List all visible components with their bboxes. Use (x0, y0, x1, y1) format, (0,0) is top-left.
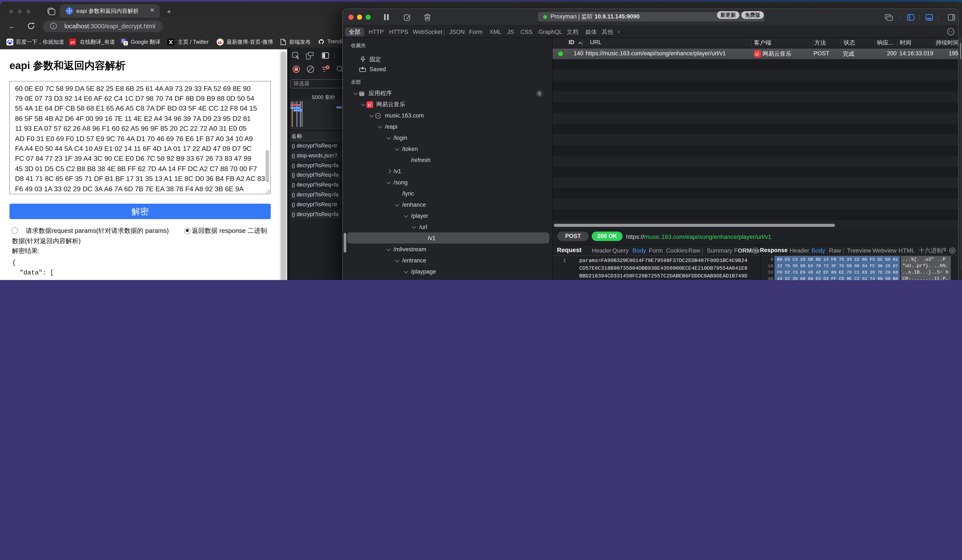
svg-text:yd: yd (70, 40, 75, 44)
svg-text:文: 文 (124, 41, 128, 45)
